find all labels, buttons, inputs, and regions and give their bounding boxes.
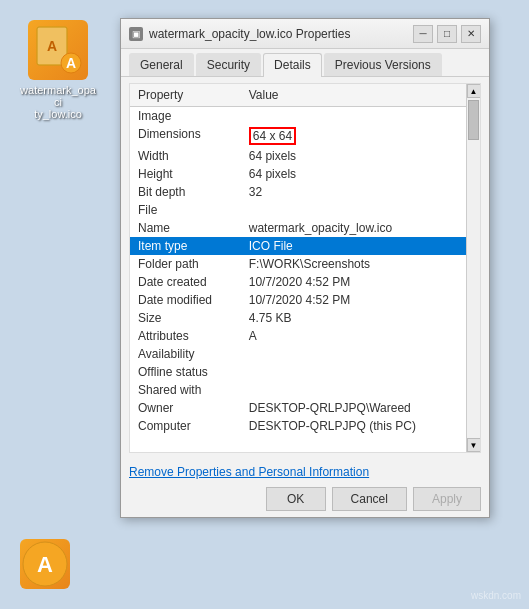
prop-height-label: Height [130, 165, 241, 183]
dialog-footer: Remove Properties and Personal Informati… [121, 459, 489, 517]
scroll-up-button[interactable]: ▲ [467, 84, 481, 98]
prop-computer-value: DESKTOP-QRLPJPQ (this PC) [241, 417, 466, 435]
prop-width-value: 64 pixels [241, 147, 466, 165]
scroll-track [467, 98, 480, 438]
content-inner: Property Value Image Dimensions [130, 84, 466, 452]
table-row: Attributes A [130, 327, 466, 345]
title-bar: ▣ watermark_opacity_low.ico Properties ─… [121, 19, 489, 49]
watermark: wskdn.com [471, 590, 521, 601]
dialog-title: watermark_opacity_low.ico Properties [149, 27, 350, 41]
prop-offlinestatus-label: Offline status [130, 363, 241, 381]
prop-folderpath-label: Folder path [130, 255, 241, 273]
window-controls: ─ □ ✕ [413, 25, 481, 43]
svg-text:A: A [66, 55, 76, 71]
svg-text:A: A [37, 552, 53, 577]
tab-general[interactable]: General [129, 53, 194, 76]
close-button[interactable]: ✕ [461, 25, 481, 43]
dialog-icon: ▣ [129, 27, 143, 41]
col-value: Value [241, 84, 466, 107]
tab-bar: General Security Details Previous Versio… [121, 49, 489, 77]
minimize-button[interactable]: ─ [413, 25, 433, 43]
table-row: Computer DESKTOP-QRLPJPQ (this PC) [130, 417, 466, 435]
table-row: Name watermark_opacity_low.ico [130, 219, 466, 237]
table-row: Dimensions 64 x 64 [130, 125, 466, 147]
table-row: Folder path F:\WORK\Screenshots [130, 255, 466, 273]
scrollbar[interactable]: ▲ ▼ [466, 84, 480, 452]
prop-sharedwith-label: Shared with [130, 381, 241, 399]
title-bar-left: ▣ watermark_opacity_low.ico Properties [129, 27, 350, 41]
prop-attributes-label: Attributes [130, 327, 241, 345]
prop-bitdepth-value: 32 [241, 183, 466, 201]
prop-name-value: watermark_opacity_low.ico [241, 219, 466, 237]
prop-size-value: 4.75 KB [241, 309, 466, 327]
prop-itemtype-label: Item type [130, 237, 241, 255]
prop-datecreated-label: Date created [130, 273, 241, 291]
properties-dialog: ▣ watermark_opacity_low.ico Properties ─… [120, 18, 490, 518]
table-row: Shared with [130, 381, 466, 399]
dimensions-value-highlight: 64 x 64 [249, 127, 296, 145]
prop-folderpath-value: F:\WORK\Screenshots [241, 255, 466, 273]
prop-width-label: Width [130, 147, 241, 165]
cancel-button[interactable]: Cancel [332, 487, 407, 511]
properties-table: Property Value Image Dimensions [130, 84, 466, 435]
remove-properties-link[interactable]: Remove Properties and Personal Informati… [129, 465, 481, 479]
prop-datemodified-label: Date modified [130, 291, 241, 309]
ok-button[interactable]: OK [266, 487, 326, 511]
appuals-icon: A [20, 539, 70, 589]
properties-content: Property Value Image Dimensions [129, 83, 481, 453]
prop-height-value: 64 pixels [241, 165, 466, 183]
table-row-item-type: Item type ICO File [130, 237, 466, 255]
tab-previous-versions[interactable]: Previous Versions [324, 53, 442, 76]
prop-attributes-value: A [241, 327, 466, 345]
table-row: Height 64 pixels [130, 165, 466, 183]
table-row: Owner DESKTOP-QRLPJPQ\Wareed [130, 399, 466, 417]
prop-dimensions-label: Dimensions [130, 125, 241, 147]
prop-owner-label: Owner [130, 399, 241, 417]
table-row: Date modified 10/7/2020 4:52 PM [130, 291, 466, 309]
bottom-appuals-logo: A [20, 539, 70, 589]
prop-datecreated-value: 10/7/2020 4:52 PM [241, 273, 466, 291]
tab-security[interactable]: Security [196, 53, 261, 76]
maximize-button[interactable]: □ [437, 25, 457, 43]
prop-owner-value: DESKTOP-QRLPJPQ\Wareed [241, 399, 466, 417]
table-row: Date created 10/7/2020 4:52 PM [130, 273, 466, 291]
apply-button[interactable]: Apply [413, 487, 481, 511]
prop-size-label: Size [130, 309, 241, 327]
prop-bitdepth-label: Bit depth [130, 183, 241, 201]
prop-availability-label: Availability [130, 345, 241, 363]
prop-itemtype-value: ICO File [241, 237, 466, 255]
table-row: Availability [130, 345, 466, 363]
file-icon-image: A A [28, 20, 88, 80]
prop-dimensions-value: 64 x 64 [241, 125, 466, 147]
scroll-thumb[interactable] [468, 100, 479, 140]
file-icon-label: watermark_opacity_low.ico [18, 84, 98, 120]
prop-computer-label: Computer [130, 417, 241, 435]
section-file: File [130, 201, 466, 219]
prop-sharedwith-value [241, 381, 466, 399]
col-property: Property [130, 84, 241, 107]
desktop: A A watermark_opacity_low.ico ▣ watermar… [0, 0, 529, 609]
prop-name-label: Name [130, 219, 241, 237]
tab-details[interactable]: Details [263, 53, 322, 77]
table-row: Bit depth 32 [130, 183, 466, 201]
section-image: Image [130, 107, 466, 126]
table-row: Width 64 pixels [130, 147, 466, 165]
svg-text:A: A [47, 38, 57, 54]
dialog-buttons: OK Cancel Apply [129, 487, 481, 511]
table-row: Offline status [130, 363, 466, 381]
desktop-file-icon[interactable]: A A watermark_opacity_low.ico [18, 20, 98, 120]
prop-datemodified-value: 10/7/2020 4:52 PM [241, 291, 466, 309]
scroll-down-button[interactable]: ▼ [467, 438, 481, 452]
table-row: Size 4.75 KB [130, 309, 466, 327]
prop-offlinestatus-value [241, 363, 466, 381]
prop-availability-value [241, 345, 466, 363]
